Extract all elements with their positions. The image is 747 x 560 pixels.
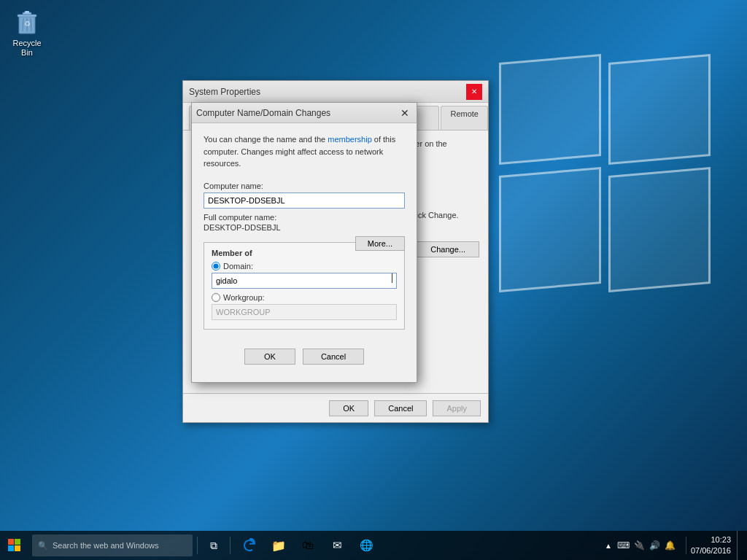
clock-date: 07/06/2016 — [691, 545, 731, 556]
sys-ok-button[interactable]: OK — [329, 400, 368, 416]
start-button[interactable] — [0, 531, 29, 560]
full-computer-name-label: Full computer name: — [204, 213, 405, 222]
tray-keyboard-icon: ⌨ — [617, 540, 630, 551]
workgroup-input — [212, 304, 397, 320]
dialog-cancel-button[interactable]: Cancel — [303, 349, 364, 365]
computer-name-field-container: Computer name: — [204, 182, 405, 209]
network-icon: 🌐 — [360, 539, 374, 552]
taskbar-clock[interactable]: 10:23 07/06/2016 — [691, 534, 731, 557]
cursor-indicator — [392, 273, 392, 283]
edge-button[interactable] — [235, 531, 264, 560]
tray-network-icon[interactable]: 🔌 — [634, 540, 645, 551]
file-explorer-icon: 📁 — [271, 539, 286, 553]
workgroup-label: Workgroup: — [223, 293, 265, 302]
system-properties-title: System Properties — [189, 87, 466, 97]
svg-rect-1 — [18, 15, 36, 17]
tray-overflow-button[interactable]: ▲ — [603, 531, 614, 560]
computer-name-input[interactable] — [204, 192, 405, 209]
taskbar: 🔍 Search the web and Windows ⧉ 📁 🛍 — [0, 531, 747, 560]
taskbar-search[interactable]: 🔍 Search the web and Windows — [32, 534, 193, 556]
domain-radio-label[interactable]: Domain: — [212, 262, 397, 271]
taskbar-divider-1 — [197, 537, 198, 554]
taskbar-tray: ▲ ⌨ 🔌 🔊 🔔 10:23 07/06/2016 — [603, 531, 747, 560]
svg-rect-3 — [25, 11, 29, 13]
recycle-bin-graphic: ♻ — [12, 7, 42, 36]
domain-dialog-close-button[interactable]: ✕ — [398, 106, 412, 120]
workgroup-radio-input[interactable] — [212, 293, 220, 302]
membership-link: membership — [328, 135, 372, 144]
full-computer-name-container: Full computer name: DESKTOP-DDSEBJL — [204, 213, 405, 232]
desktop: ♻ Recycle Bin System Properties ✕ Comput… — [0, 0, 747, 560]
win-logo-pane-br — [608, 167, 711, 292]
system-properties-close-button[interactable]: ✕ — [466, 84, 482, 100]
svg-rect-9 — [15, 539, 20, 545]
workgroup-radio-row: Workgroup: — [212, 293, 397, 320]
search-placeholder: Search the web and Windows — [53, 541, 159, 550]
task-view-button[interactable]: ⧉ — [199, 531, 228, 560]
domain-radio-input[interactable] — [212, 262, 220, 271]
taskbar-divider-2 — [230, 537, 231, 554]
change-button[interactable]: Change... — [417, 241, 479, 257]
clock-time: 10:23 — [691, 534, 731, 545]
computer-name-label: Computer name: — [204, 182, 405, 190]
chevron-up-icon: ▲ — [605, 542, 612, 550]
tray-notification-icon[interactable]: 🔔 — [665, 540, 676, 551]
more-button[interactable]: More... — [355, 236, 405, 251]
svg-rect-10 — [8, 545, 14, 551]
domain-input[interactable] — [212, 273, 397, 289]
recycle-bin-icon[interactable]: ♻ Recycle Bin — [4, 4, 50, 61]
recycle-bin-label: Recycle Bin — [7, 39, 47, 58]
store-button[interactable]: 🛍 — [293, 531, 322, 560]
domain-dialog-body: You can change the name and the membersh… — [192, 123, 417, 382]
system-properties-bottom: OK Cancel Apply — [183, 393, 488, 422]
svg-rect-11 — [15, 545, 20, 551]
dialog-ok-button[interactable]: OK — [244, 349, 295, 365]
domain-dialog-description: You can change the name and the membersh… — [204, 133, 405, 170]
tray-volume-icon[interactable]: 🔊 — [649, 540, 660, 551]
store-icon: 🛍 — [302, 539, 314, 552]
domain-radio-row: Domain: — [212, 262, 397, 289]
domain-dialog-titlebar: Computer Name/Domain Changes ✕ — [192, 103, 417, 123]
win-logo-pane-bl — [499, 167, 601, 292]
sys-cancel-button[interactable]: Cancel — [374, 400, 427, 416]
full-computer-name-value: DESKTOP-DDSEBJL — [204, 223, 405, 232]
sys-apply-button[interactable]: Apply — [433, 400, 481, 416]
file-explorer-button[interactable]: 📁 — [264, 531, 293, 560]
workgroup-radio-label[interactable]: Workgroup: — [212, 293, 397, 302]
member-of-section: Member of Domain: Workgroup: — [204, 242, 405, 330]
edge-icon — [242, 538, 257, 553]
tab-remote[interactable]: Remote — [441, 106, 488, 130]
system-properties-titlebar: System Properties ✕ — [183, 81, 488, 103]
mail-button[interactable]: ✉ — [322, 531, 352, 560]
domain-label: Domain: — [223, 262, 253, 271]
svg-rect-8 — [8, 539, 14, 545]
domain-dialog: Computer Name/Domain Changes ✕ You can c… — [191, 102, 417, 383]
svg-text:♻: ♻ — [24, 20, 31, 28]
tray-icons: ⌨ 🔌 🔊 🔔 — [617, 540, 676, 551]
task-view-icon: ⧉ — [210, 540, 217, 552]
start-icon — [8, 539, 21, 552]
network-button[interactable]: 🌐 — [352, 531, 381, 560]
domain-dialog-title: Computer Name/Domain Changes — [196, 108, 398, 118]
dialog-buttons: OK Cancel — [204, 341, 405, 373]
taskbar-divider-3 — [686, 537, 686, 554]
show-desktop-button[interactable] — [737, 531, 741, 560]
win-logo-pane-tl — [499, 54, 601, 165]
win-logo-pane-tr — [608, 54, 711, 165]
taskbar-apps: 📁 🛍 ✉ 🌐 — [235, 531, 381, 560]
search-icon: 🔍 — [38, 541, 48, 551]
mail-icon: ✉ — [333, 539, 342, 552]
